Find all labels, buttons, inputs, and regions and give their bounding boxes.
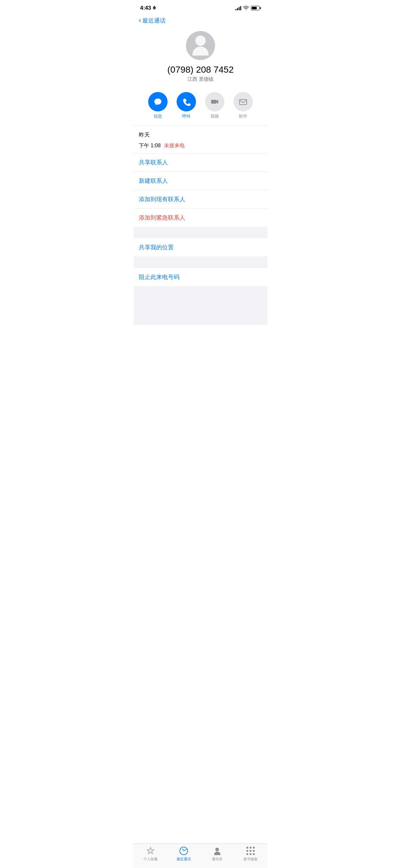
message-button[interactable]: 信息 xyxy=(148,92,167,119)
status-bar: 4:43 xyxy=(134,0,267,14)
back-label: 最近通话 xyxy=(143,17,166,25)
nav-bar: ‹ 最近通话 xyxy=(134,14,267,26)
svg-rect-2 xyxy=(240,99,247,104)
mail-button-circle xyxy=(234,92,253,112)
add-to-existing-item[interactable]: 添加到现有联系人 xyxy=(134,190,267,209)
video-label: 视频 xyxy=(211,113,219,119)
share-location-section: 共享我的位置 xyxy=(134,238,267,256)
location-icon xyxy=(152,6,156,10)
block-caller-item[interactable]: 阻止此来电号码 xyxy=(134,268,267,286)
action-list: 共享联系人 新建联系人 添加到现有联系人 添加到紧急联系人 xyxy=(134,153,267,227)
call-date: 昨天 xyxy=(139,131,262,138)
status-icons xyxy=(235,6,261,10)
avatar-head xyxy=(195,35,206,46)
contact-location: 江西 景德镇 xyxy=(188,76,213,82)
action-buttons: 信息 呼叫 视频 邮件 xyxy=(134,89,267,126)
share-location-label: 共享我的位置 xyxy=(139,244,174,251)
wifi-icon xyxy=(243,6,249,10)
call-icon xyxy=(182,97,191,106)
call-status: 未接来电 xyxy=(164,143,185,149)
battery-icon xyxy=(251,6,261,10)
video-icon xyxy=(210,97,219,106)
call-item: 下午 1:08 未接来电 xyxy=(139,141,262,153)
bottom-spacer xyxy=(134,286,267,325)
mail-button: 邮件 xyxy=(234,92,253,119)
back-button[interactable]: ‹ 最近通话 xyxy=(139,17,166,25)
new-contact-item[interactable]: 新建联系人 xyxy=(134,172,267,190)
signal-icon xyxy=(235,6,241,10)
contact-header: (0798) 208 7452 江西 景德镇 xyxy=(134,26,267,89)
block-caller-section: 阻止此来电号码 xyxy=(134,268,267,286)
add-emergency-label: 添加到紧急联系人 xyxy=(139,214,185,221)
message-label: 信息 xyxy=(154,113,162,119)
call-history: 昨天 下午 1:08 未接来电 xyxy=(134,126,267,153)
share-location-item[interactable]: 共享我的位置 xyxy=(134,238,267,256)
contact-number: (0798) 208 7452 xyxy=(167,65,234,75)
video-button-circle xyxy=(205,92,224,112)
share-contact-item[interactable]: 共享联系人 xyxy=(134,153,267,172)
message-button-circle xyxy=(148,92,167,112)
gray-spacer-1 xyxy=(134,227,267,238)
status-time: 4:43 xyxy=(140,5,151,11)
svg-rect-0 xyxy=(211,100,216,104)
new-contact-label: 新建联系人 xyxy=(139,178,168,184)
svg-marker-1 xyxy=(216,100,218,104)
call-button[interactable]: 呼叫 xyxy=(177,92,196,119)
avatar-body xyxy=(192,46,209,56)
message-icon xyxy=(153,97,162,106)
call-button-circle xyxy=(177,92,196,112)
call-time: 下午 1:08 xyxy=(139,143,161,149)
add-to-existing-label: 添加到现有联系人 xyxy=(139,196,185,203)
call-label: 呼叫 xyxy=(182,113,190,119)
video-button: 视频 xyxy=(205,92,224,119)
back-chevron-icon: ‹ xyxy=(139,17,141,24)
mail-icon xyxy=(239,97,248,106)
mail-label: 邮件 xyxy=(239,113,247,119)
gray-spacer-2 xyxy=(134,256,267,268)
add-emergency-item[interactable]: 添加到紧急联系人 xyxy=(134,209,267,227)
avatar xyxy=(186,31,215,60)
block-caller-label: 阻止此来电号码 xyxy=(139,274,180,280)
share-contact-label: 共享联系人 xyxy=(139,159,168,166)
